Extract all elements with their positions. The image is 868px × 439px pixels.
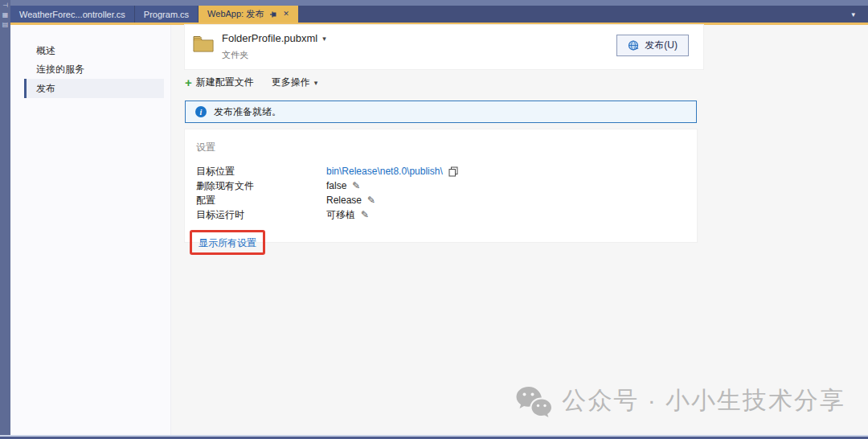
publish-sidebar: 概述 连接的服务 发布 <box>10 25 171 435</box>
tab-label: WebApp: 发布 <box>207 8 264 20</box>
document-tab-bar: WeatherForec...ontroller.cs Program.cs W… <box>10 6 868 23</box>
setting-label: 目标运行时 <box>196 208 326 222</box>
new-profile-button[interactable]: + 新建配置文件 <box>185 76 254 89</box>
sidebar-item-overview[interactable]: 概述 <box>10 42 170 60</box>
sidebar-item-publish[interactable]: 发布 <box>24 79 164 98</box>
close-icon[interactable]: ✕ <box>283 10 289 18</box>
title-strip <box>10 0 868 6</box>
chevron-down-icon: ▾ <box>322 35 326 43</box>
infobar-message: 发布准备就绪。 <box>214 105 281 119</box>
tab-label: WeatherForec...ontroller.cs <box>19 10 125 19</box>
tab-label: Program.cs <box>144 10 189 19</box>
rail-tool-icon[interactable]: ⊣ <box>2 2 8 10</box>
tab-weatherforecast-controller[interactable]: WeatherForec...ontroller.cs <box>10 6 135 23</box>
profile-name: FolderProfile.pubxml <box>222 32 317 44</box>
new-profile-label: 新建配置文件 <box>196 76 254 89</box>
document-well-dropdown-icon[interactable]: ▾ <box>851 10 855 18</box>
setting-value: 可移植 <box>326 208 355 222</box>
chevron-down-icon: ▾ <box>314 79 318 87</box>
workspace: 概述 连接的服务 发布 FolderPr <box>10 25 868 435</box>
wechat-icon <box>515 385 552 417</box>
sidebar-item-connected-services[interactable]: 连接的服务 <box>10 60 170 79</box>
settings-section-title: 设置 <box>196 141 686 154</box>
edit-pencil-icon[interactable]: ✎ <box>352 180 360 191</box>
publish-button[interactable]: 发布(U) <box>616 35 689 56</box>
setting-row-target-runtime: 目标运行时 可移植 ✎ <box>196 207 686 222</box>
profile-header-card: FolderProfile.pubxml ▾ 文件夹 发布(U) <box>185 25 703 69</box>
publish-button-label: 发布(U) <box>645 39 678 52</box>
rail-tool-icon[interactable]: ▤ <box>2 21 9 29</box>
info-icon: i <box>195 106 207 117</box>
edit-pencil-icon[interactable]: ✎ <box>367 195 375 206</box>
watermark-text: 公众号 · 小小生技术分享 <box>562 384 845 417</box>
more-actions-label: 更多操作 <box>272 76 310 89</box>
folder-icon <box>193 35 214 55</box>
setting-label: 目标位置 <box>196 165 326 178</box>
profile-type-label: 文件夹 <box>222 49 248 61</box>
setting-value: Release <box>326 195 362 206</box>
setting-value: false <box>326 180 346 191</box>
setting-row-delete-existing: 删除现有文件 false ✎ <box>196 178 686 193</box>
settings-card: 设置 目标位置 bin\Release\net8.0\publish\ 删除现有… <box>185 129 697 242</box>
setting-row-configuration: 配置 Release ✎ <box>196 193 686 207</box>
more-actions-button[interactable]: 更多操作 ▾ <box>272 76 318 89</box>
setting-row-target-location: 目标位置 bin\Release\net8.0\publish\ <box>196 164 686 178</box>
show-all-settings-link[interactable]: 显示所有设置 <box>199 237 256 248</box>
setting-label: 删除现有文件 <box>196 179 326 193</box>
annotation-box: 显示所有设置 <box>190 230 265 255</box>
vs-publish-window: ⊣ ▦ ▤ WeatherForec...ontroller.cs Progra… <box>0 0 868 439</box>
activity-rail: ⊣ ▦ ▤ <box>0 0 10 439</box>
sidebar-item-label: 连接的服务 <box>36 63 84 76</box>
edit-pencil-icon[interactable]: ✎ <box>361 209 369 220</box>
rail-tool-icon[interactable]: ▦ <box>2 11 9 19</box>
profile-name-dropdown[interactable]: FolderProfile.pubxml ▾ <box>222 32 326 44</box>
profile-toolbar: + 新建配置文件 更多操作 ▾ <box>185 76 317 89</box>
target-location-link[interactable]: bin\Release\net8.0\publish\ <box>326 166 443 177</box>
sidebar-item-label: 概述 <box>36 44 55 58</box>
tab-webapp-publish[interactable]: WebApp: 发布 ✕ <box>199 6 298 23</box>
watermark: 公众号 · 小小生技术分享 <box>515 384 845 417</box>
publish-main-panel: FolderProfile.pubxml ▾ 文件夹 发布(U) <box>171 25 868 435</box>
copy-icon[interactable] <box>448 166 458 177</box>
publish-ready-infobar: i 发布准备就绪。 <box>185 101 697 123</box>
setting-label: 配置 <box>196 194 326 207</box>
publish-globe-icon <box>628 39 640 51</box>
tab-program-cs[interactable]: Program.cs <box>135 6 199 23</box>
pin-icon[interactable] <box>269 10 277 18</box>
sidebar-item-label: 发布 <box>36 82 55 96</box>
plus-icon: + <box>185 76 192 88</box>
